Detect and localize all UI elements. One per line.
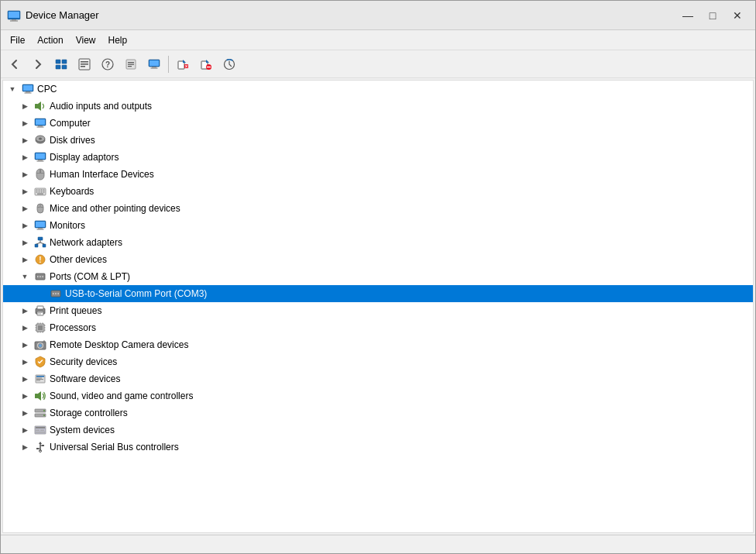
hid-label: Human Interface Devices [50, 169, 154, 180]
show-all-devices-button[interactable] [50, 53, 72, 75]
software-label: Software devices [50, 373, 120, 384]
close-button[interactable]: ✕ [726, 5, 749, 26]
svg-rect-54 [36, 191, 38, 193]
menu-file[interactable]: File [4, 32, 31, 49]
tree-item-storage[interactable]: ▶ Storage controllers [3, 404, 753, 422]
computer-icon [33, 116, 47, 130]
tree-item-sound[interactable]: ▶ Sound, video and game controllers [3, 387, 753, 404]
maximize-button[interactable]: □ [701, 5, 724, 26]
svg-rect-119 [40, 430, 44, 432]
svg-rect-86 [38, 312, 43, 313]
menu-help[interactable]: Help [102, 32, 134, 49]
svg-rect-15 [128, 62, 134, 63]
expand-ports[interactable]: ▼ [19, 270, 31, 283]
expand-cpc[interactable]: ▼ [6, 83, 19, 95]
menu-view[interactable]: View [70, 32, 102, 49]
expand-sound[interactable]: ▶ [19, 390, 31, 402]
svg-rect-2 [12, 19, 16, 21]
computer-button[interactable] [143, 53, 165, 75]
tree-item-mouse[interactable]: ▶ Mice and other pointing devices [3, 200, 753, 217]
svg-rect-51 [39, 190, 40, 191]
tree-item-audio[interactable]: ▶ Audio inputs and outputs [3, 98, 753, 115]
svg-rect-35 [36, 119, 45, 125]
disk-label: Disk drives [50, 135, 95, 146]
print-icon [33, 304, 47, 318]
svg-rect-9 [81, 61, 88, 63]
svg-rect-69 [43, 244, 46, 247]
device-tree[interactable]: ▼ CPC ▶ [2, 80, 754, 533]
tree-item-security[interactable]: ▶ Security devices [3, 353, 753, 370]
tree-item-ports[interactable]: ▼ Ports (COM & LPT) [3, 268, 753, 285]
expand-network[interactable]: ▶ [19, 236, 31, 249]
tree-item-monitors[interactable]: ▶ Monitors [3, 217, 753, 234]
tree-item-usb-serial[interactable]: ▶ USB-to-Serial Comm Port (COM3) [3, 285, 753, 302]
expand-disk[interactable]: ▶ [19, 134, 31, 146]
expand-system[interactable]: ▶ [19, 424, 31, 436]
svg-rect-87 [38, 314, 41, 315]
help-button[interactable]: ? [97, 53, 119, 75]
tree-item-network[interactable]: ▶ Network adapters [3, 234, 753, 251]
properties-button[interactable] [74, 53, 95, 75]
tree-item-keyboard[interactable]: ▶ Keyboards [3, 183, 753, 200]
main-window: Device Manager — □ ✕ File Action View He… [0, 0, 756, 554]
expand-other[interactable]: ▶ [19, 253, 31, 266]
usb-label: Universal Serial Bus controllers [50, 442, 179, 452]
tree-root-cpc[interactable]: ▼ CPC [3, 81, 753, 98]
expand-computer[interactable]: ▶ [19, 117, 31, 129]
storage-label: Storage controllers [50, 408, 128, 418]
tree-item-processors[interactable]: ▶ [3, 319, 753, 336]
expand-display[interactable]: ▶ [19, 151, 31, 163]
expand-print[interactable]: ▶ [19, 305, 31, 317]
minimize-button[interactable]: — [676, 5, 699, 26]
uninstall-button[interactable] [195, 53, 217, 75]
svg-rect-77 [40, 276, 41, 277]
tree-item-print[interactable]: ▶ Print queues [3, 302, 753, 319]
update-driver-button[interactable]: × [172, 53, 194, 75]
svg-text:×: × [184, 63, 187, 68]
tree-item-computer[interactable]: ▶ Computer [3, 115, 753, 132]
toolbar: ? [1, 50, 755, 78]
svg-text:?: ? [105, 60, 110, 69]
svg-rect-66 [37, 229, 44, 230]
tree-item-camera[interactable]: ▶ Remote Desktop Camera devices [3, 336, 753, 353]
expand-hid[interactable]: ▶ [19, 168, 31, 181]
usb-serial-label: USB-to-Serial Comm Port (COM3) [65, 288, 207, 299]
back-button[interactable] [4, 53, 26, 75]
svg-rect-109 [36, 379, 43, 380]
tree-item-other[interactable]: ▶ ! Other devices [3, 251, 753, 268]
properties2-button[interactable] [120, 53, 142, 75]
svg-rect-4 [56, 60, 60, 64]
svg-rect-10 [81, 64, 88, 65]
tree-item-software[interactable]: ▶ Software devices [3, 370, 753, 387]
expand-software[interactable]: ▶ [19, 373, 31, 385]
expand-monitors[interactable]: ▶ [19, 219, 31, 232]
tree-item-usb[interactable]: ▶ Universal Serial Bus controllers [3, 439, 753, 456]
svg-rect-89 [38, 325, 43, 330]
usb-icon [33, 440, 47, 454]
expand-security[interactable]: ▶ [19, 356, 31, 368]
svg-rect-48 [41, 173, 44, 174]
print-label: Print queues [50, 305, 101, 316]
expand-keyboard[interactable]: ▶ [19, 185, 31, 198]
svg-rect-57 [43, 191, 45, 193]
svg-rect-19 [149, 60, 159, 66]
expand-usb[interactable]: ▶ [19, 441, 31, 453]
scan-button[interactable] [218, 53, 240, 75]
security-icon [33, 355, 47, 369]
expand-mouse[interactable]: ▶ [19, 202, 31, 215]
system-icon [33, 423, 47, 437]
expand-audio[interactable]: ▶ [19, 100, 31, 112]
network-label: Network adapters [50, 237, 122, 248]
tree-item-hid[interactable]: ▶ Human Interface Devices [3, 166, 753, 183]
tree-item-system[interactable]: ▶ System devices [3, 422, 753, 439]
tree-item-display[interactable]: ▶ Display adaptors [3, 149, 753, 166]
expand-camera[interactable]: ▶ [19, 339, 31, 351]
expand-processors[interactable]: ▶ [19, 322, 31, 334]
toolbar-separator [168, 56, 169, 73]
forward-button[interactable] [27, 53, 49, 75]
expand-storage[interactable]: ▶ [19, 407, 31, 419]
cpc-label: CPC [37, 84, 57, 95]
tree-item-disk[interactable]: ▶ Disk drives [3, 132, 753, 149]
menu-action[interactable]: Action [31, 32, 69, 49]
svg-rect-20 [152, 67, 156, 68]
